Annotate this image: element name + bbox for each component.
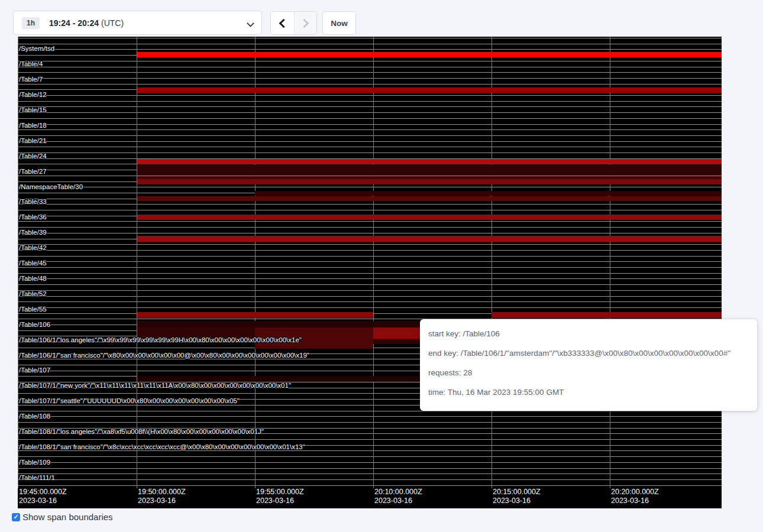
span-boundary-line: [18, 135, 722, 136]
row-label: /Table/39: [19, 229, 47, 236]
row-label: /Table/111/1: [19, 474, 55, 482]
next-time-window-button[interactable]: [294, 12, 317, 34]
row-label: /Table/18: [19, 122, 47, 129]
span-boundary-line: [18, 204, 722, 205]
span-boundary-line: [18, 141, 722, 142]
time-range-preset-badge: 1h: [22, 17, 40, 29]
time-gridline: [137, 37, 137, 488]
time-tick-label: 20:10:00.000Z2023-03-16: [374, 488, 422, 505]
span-boundary-line: [18, 233, 722, 233]
row-label: /System/tsd: [19, 45, 54, 53]
toolbar: 1h 19:24 - 20:24 (UTC) Now: [0, 0, 763, 37]
span-boundary-line: [18, 147, 722, 147]
row-label: /Table/42: [19, 244, 47, 252]
span-boundary-line: [18, 290, 722, 291]
span-boundary-line: [18, 221, 722, 222]
row-label: /Table/107: [19, 366, 50, 374]
time-range-value: 19:24 - 20:24 (UTC): [49, 18, 124, 28]
row-label: /Table/108: [19, 413, 50, 420]
prev-time-window-button[interactable]: [271, 12, 294, 34]
heat-band: [255, 191, 722, 196]
span-boundary-line: [18, 78, 722, 79]
span-boundary-line: [18, 210, 722, 210]
span-boundary-line: [18, 422, 722, 423]
heat-band: [137, 159, 722, 164]
heat-band: [137, 52, 722, 57]
row-label: /Table/4: [19, 60, 43, 68]
heat-band: [137, 165, 722, 176]
chevron-left-icon: [279, 18, 288, 28]
tooltip-time: time: Thu, 16 Mar 2023 19:55:00 GMT: [428, 387, 749, 398]
show-span-boundaries-label[interactable]: Show span boundaries: [22, 512, 113, 522]
row-label: /Table/109: [19, 459, 50, 466]
span-boundary-line: [18, 95, 722, 96]
span-boundary-line: [18, 106, 722, 107]
span-boundary-line: [18, 244, 722, 245]
now-button[interactable]: Now: [322, 11, 356, 35]
row-label: /Table/27: [19, 168, 47, 176]
heat-band: [137, 179, 722, 184]
time-gridline: [610, 37, 610, 488]
time-range-text: 19:24 - 20:24: [49, 18, 99, 28]
row-label: /Table/36: [19, 213, 47, 221]
time-tick-label: 19:45:00.000Z2023-03-16: [19, 488, 67, 505]
span-boundary-line: [18, 273, 722, 274]
row-label: /Table/108/1/"los angeles"/"\xa8\xf5\u00…: [19, 428, 264, 436]
span-boundary-line: [18, 462, 722, 463]
time-gridline: [373, 37, 374, 488]
heat-band: [137, 87, 722, 93]
span-boundary-line: [18, 468, 722, 469]
row-label: /Table/107/1/"seattle"/"UUUUUUD\x00\x80\…: [19, 397, 240, 405]
chevron-right-icon: [299, 18, 309, 28]
heat-band: [137, 312, 373, 318]
row-label: /Table/45: [19, 259, 47, 267]
row-label: /Table/48: [19, 275, 47, 283]
span-boundary-line: [18, 261, 722, 262]
span-boundary-line: [18, 227, 722, 228]
span-boundary-line: [18, 485, 722, 486]
span-boundary-line: [18, 84, 722, 85]
span-boundary-line: [18, 278, 722, 279]
span-boundary-line: [18, 112, 722, 113]
span-boundary-line: [18, 284, 722, 285]
row-label: /Table/33: [19, 198, 47, 206]
span-boundary-line: [18, 250, 722, 251]
time-range-timezone: (UTC): [101, 18, 124, 28]
heat-band: [137, 215, 722, 220]
span-boundary-line: [18, 49, 722, 50]
checkmark-icon: ✓: [13, 514, 18, 520]
time-tick-label: 19:55:00.000Z2023-03-16: [256, 488, 304, 505]
time-range-selector[interactable]: 1h 19:24 - 20:24 (UTC): [13, 11, 262, 35]
time-gridline: [492, 37, 492, 488]
span-boundary-line: [18, 72, 722, 73]
span-boundary-line: [18, 153, 722, 153]
hover-tooltip: start key: /Table/106 end key: /Table/10…: [420, 319, 757, 411]
span-boundary-line: [18, 61, 722, 61]
span-boundary-line: [18, 296, 722, 297]
span-boundary-line: [18, 187, 722, 187]
row-label: /NamespaceTable/30: [19, 183, 83, 191]
row-label: /Table/52: [19, 290, 47, 298]
tooltip-start-key: start key: /Table/106: [428, 328, 749, 340]
span-boundary-line: [18, 101, 722, 102]
span-boundary-line: [18, 44, 722, 44]
show-span-boundaries-checkbox[interactable]: ✓: [12, 513, 20, 521]
time-gridline: [255, 37, 256, 488]
row-label: /Table/24: [19, 153, 47, 160]
time-window-nav: [270, 11, 317, 35]
span-boundary-line: [18, 439, 722, 440]
time-tick-label: 20:20:00.000Z2023-03-16: [611, 488, 659, 505]
row-label: /Table/106/1/"san francisco"/"\x80\x00\x…: [19, 352, 309, 359]
span-boundary-line: [18, 416, 722, 417]
row-label: /Table/12: [19, 91, 47, 99]
heat-band: [492, 312, 722, 318]
span-boundary-line: [18, 124, 722, 125]
span-boundary-line: [18, 301, 722, 302]
span-boundary-line: [18, 67, 722, 67]
time-gridline: [18, 37, 18, 488]
chevron-down-icon: [248, 18, 253, 28]
span-boundary-line: [18, 307, 722, 308]
key-visualizer-canvas[interactable]: /System/tsd/Table/4/Table/7/Table/12/Tab…: [18, 37, 722, 508]
span-boundary-line: [18, 456, 722, 457]
row-label: /Table/106: [19, 321, 50, 329]
